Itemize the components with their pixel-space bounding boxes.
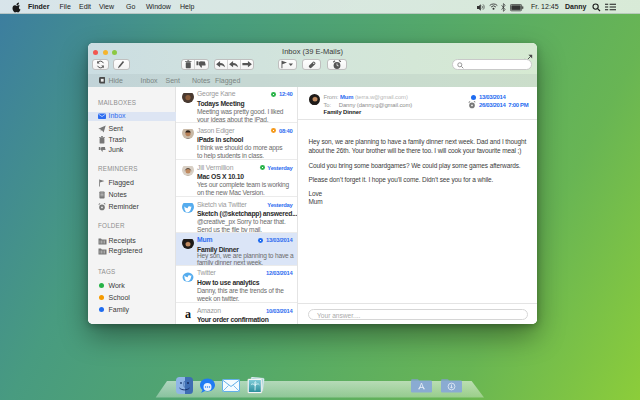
svg-text:a: a (185, 309, 191, 319)
